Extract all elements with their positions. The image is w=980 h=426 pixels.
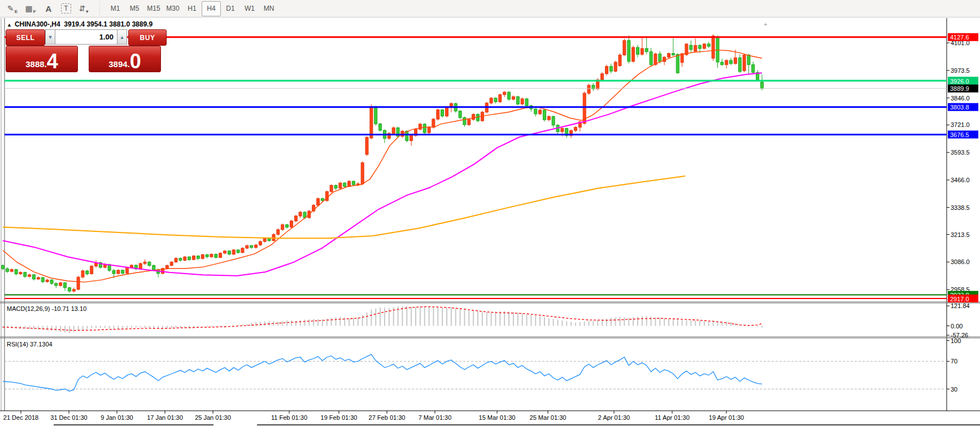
price-badge-label: 3803.8 [950,104,969,111]
buy-button[interactable]: BUY [128,29,167,46]
bid-price-button[interactable]: 3888.4 [6,46,78,72]
price-badge-label: 2917.0 [950,296,969,302]
time-tick-label[interactable]: 17 Jan 01:30 [147,414,183,421]
price-tick-label: 3721.0 [951,121,970,128]
rsi-tick-label: 30 [951,386,957,393]
ask-price-main: 3894. [108,60,130,68]
volume-decrease-button[interactable]: ▼ [45,29,55,45]
bid-price-main: 3888. [25,60,47,68]
bottom-window-edge [54,424,214,425]
rsi-tick-label: 100 [951,337,961,344]
chart-background [0,17,980,426]
time-tick-label[interactable]: 25 Jan 01:30 [195,414,231,421]
time-tick-label[interactable]: 9 Jan 01:30 [101,414,133,421]
time-tick-label[interactable]: 11 Feb 01:30 [271,414,307,421]
macd-tick-label: 0.00 [951,323,962,330]
time-tick-label[interactable]: 21 Dec 2018 [3,414,38,421]
mouse-cursor-icon: + [764,21,767,28]
price-tick-label: 3846.0 [951,95,970,102]
time-tick-label[interactable]: 15 Mar 01:30 [479,414,516,421]
macd-tick-label: 121.84 [951,302,970,309]
volume-increase-button[interactable]: ▲ [117,29,127,45]
price-tick-label: 3593.5 [951,149,970,156]
symbol-name: CHINA300-,H4 [15,20,60,28]
time-tick-label[interactable]: 25 Mar 01:30 [530,414,567,421]
time-tick-label[interactable]: 7 Mar 01:30 [419,414,452,421]
price-tick-label: 3466.0 [951,177,970,183]
macd-label: MACD(12,26,9) -10.71 13.10 [7,305,86,312]
sell-button[interactable]: SELL [6,29,45,46]
price-badge-label: 3926.0 [950,78,969,85]
price-badge-label: 3889.9 [950,85,969,92]
bottom-window-edge [257,424,980,425]
one-click-trading-panel: SELL ▼ 1.00 ▲ BUY 3888.4 3894.0 [6,29,165,71]
ask-price-big-digit: 0 [130,52,141,71]
time-tick-label[interactable]: 31 Dec 01:30 [50,414,87,421]
price-tick-label: 3086.0 [951,258,970,265]
symbol-ohlc: 3919.4 3954.1 3881.0 3889.9 [64,20,153,28]
volume-input[interactable]: 1.00 [55,29,117,45]
time-tick-label[interactable]: 19 Feb 01:30 [321,414,358,421]
price-tick-label: 3973.5 [951,67,970,74]
time-tick-label[interactable]: 27 Feb 01:30 [369,414,406,421]
price-badge-label: 3676.5 [950,131,969,138]
symbol-title: ▲CHINA300-,H4 3919.4 3954.1 3881.0 3889.… [7,20,153,28]
time-tick-label[interactable]: 11 Apr 01:30 [655,414,690,421]
time-tick-label[interactable]: 2 Apr 01:30 [598,414,630,421]
time-tick-label[interactable]: 19 Apr 01:30 [709,414,744,421]
expander-icon[interactable]: ▲ [7,22,12,28]
rsi-label: RSI(14) 37.1304 [7,341,53,348]
rsi-tick-label: 70 [951,358,957,364]
price-tick-label: 3338.5 [951,204,970,211]
bid-price-big-digit: 4 [47,52,58,71]
price-badge-label: 4127.6 [950,34,969,41]
ask-price-button[interactable]: 3894.0 [89,46,161,72]
price-tick-label: 3213.5 [951,231,970,238]
mt4-chart-window: { "toolbar": { "tools": [ {"name":"draw-… [0,0,980,426]
